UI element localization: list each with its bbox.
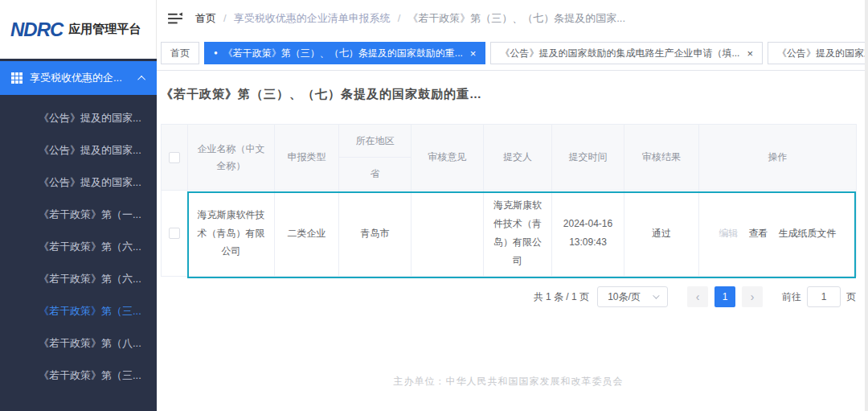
sidebar-item-policy-6b[interactable]: 《若干政策》第（六... <box>0 263 157 295</box>
breadcrumb-separator: / <box>223 12 227 24</box>
breadcrumb-separator: / <box>398 12 401 24</box>
page-number-1[interactable]: 1 <box>714 286 735 307</box>
scrollbar[interactable] <box>865 0 868 411</box>
page-size-value: 10条/页 <box>608 290 641 304</box>
sidebar-group-tax-preference[interactable]: 享受税收优惠的企... <box>0 61 157 95</box>
sidebar-item-announcement-3[interactable]: 《公告》提及的国家... <box>0 166 157 199</box>
header-region-group: 所在地区 <box>339 125 411 158</box>
close-icon[interactable]: × <box>470 48 477 59</box>
breadcrumb: 首页 / 享受税收优惠的企业清单申报系统 / 《若干政策》第（三）、（七）条提及… <box>195 11 625 26</box>
header-review-result: 审核结果 <box>624 125 699 191</box>
cell-review-opinion <box>411 191 484 277</box>
row-checkbox[interactable] <box>169 228 180 239</box>
edit-link[interactable]: 编辑 <box>719 224 739 243</box>
cell-submit-time: 2024-04-16 13:09:43 <box>552 191 624 277</box>
generate-paper-link[interactable]: 生成纸质文件 <box>779 224 837 243</box>
pagination-total: 共 1 条 / 1 页 <box>534 290 589 304</box>
header-actions: 操作 <box>699 125 857 191</box>
sidebar-item-policy-8[interactable]: 《若干政策》第（八... <box>0 327 157 360</box>
content: 《若干政策》第（三）、（七）条提及的国家鼓励的重… 企业名称（中文全称） 申报类… <box>157 71 868 411</box>
grid-icon <box>11 72 23 84</box>
goto-unit: 页 <box>846 290 856 304</box>
tab-label: 首页 <box>170 47 190 60</box>
sidebar-item-announcement-2[interactable]: 《公告》提及的国家... <box>0 134 157 166</box>
prev-icon: ‹ <box>696 290 700 303</box>
cell-province: 青岛市 <box>339 191 411 277</box>
cell-declare-type: 二类企业 <box>275 191 339 277</box>
goto-label: 前往 <box>782 290 801 304</box>
header-submitter: 提交人 <box>484 125 552 191</box>
footer-text: 主办单位：中华人民共和国国家发展和改革委员会 <box>161 375 856 388</box>
sidebar-item-policy-1[interactable]: 《若干政策》第（一... <box>0 199 157 231</box>
app-logo: NDRC 应用管理平台 <box>0 0 157 59</box>
header-submit-time: 提交时间 <box>552 125 624 191</box>
header-review-opinion: 审核意见 <box>411 125 484 191</box>
tab-announcement-design[interactable]: 《公告》提及的国家鼓励的集成电路设计企业申请 <box>768 42 868 64</box>
header-declare-type: 申报类型 <box>275 125 339 191</box>
goto-page: 前往 页 <box>782 286 856 307</box>
tab-bar: 首页 ● 《若干政策》第（三）、（七）条提及的国家鼓励的重... × 《公告》提… <box>157 36 868 71</box>
logo-product-text: 应用管理平台 <box>68 22 141 37</box>
sidebar: NDRC 应用管理平台 享受税收优惠的企... 《公告》提及的国家... 《公告… <box>0 0 157 411</box>
view-link[interactable]: 查看 <box>749 224 768 243</box>
sidebar-item-announcement-1[interactable]: 《公告》提及的国家... <box>0 102 157 134</box>
select-all-checkbox[interactable] <box>169 152 180 163</box>
tab-label: 《公告》提及的国家鼓励的集成电路生产企业申请（填... <box>500 47 739 60</box>
breadcrumb-current: 《若干政策》第（三）、（七）条提及的国家... <box>407 11 625 26</box>
row-select-cell <box>162 191 188 277</box>
sidebar-item-policy-3b[interactable]: 《若干政策》第（三... <box>0 360 157 392</box>
main-area: 首页 / 享受税收优惠的企业清单申报系统 / 《若干政策》第（三）、（七）条提及… <box>157 0 868 411</box>
header-province: 省 <box>339 158 411 191</box>
tab-label: 《若干政策》第（三）、（七）条提及的国家鼓励的重... <box>223 47 463 60</box>
sidebar-item-policy-3-active[interactable]: 《若干政策》第（三... <box>0 295 157 327</box>
topbar: 首页 / 享受税收优惠的企业清单申报系统 / 《若干政策》第（三）、（七）条提及… <box>157 0 868 36</box>
goto-page-input[interactable] <box>807 286 841 307</box>
page-size-select[interactable]: 10条/页 <box>597 286 668 307</box>
header-company: 企业名称（中文全称） <box>188 125 275 191</box>
select-all-header <box>162 125 188 191</box>
cell-submitter: 海克斯康软件技术（青岛）有限公司 <box>484 191 552 277</box>
sidebar-item-policy-6a[interactable]: 《若干政策》第（六... <box>0 231 157 263</box>
breadcrumb-system[interactable]: 享受税收优惠的企业清单申报系统 <box>234 11 391 26</box>
prev-page-button[interactable]: ‹ <box>687 286 708 307</box>
data-table: 企业名称（中文全称） 申报类型 所在地区 审核意见 提交人 提交时间 审核结果 … <box>161 124 856 277</box>
active-dot-icon: ● <box>214 50 218 56</box>
cell-review-result: 通过 <box>624 191 699 277</box>
tab-announcement-production[interactable]: 《公告》提及的国家鼓励的集成电路生产企业申请（填... × <box>490 42 763 64</box>
next-icon: › <box>751 290 755 303</box>
cell-company: 海克斯康软件技术（青岛）有限公司 <box>188 191 275 277</box>
chevron-down-icon <box>653 292 659 298</box>
page-title: 《若干政策》第（三）、（七）条提及的国家鼓励的重… <box>161 87 856 102</box>
table-row: 海克斯康软件技术（青岛）有限公司 二类企业 青岛市 海克斯康软件技术（青岛）有限… <box>162 191 857 277</box>
next-page-button[interactable]: › <box>742 286 763 307</box>
tab-home[interactable]: 首页 <box>161 42 199 64</box>
app-window: NDRC 应用管理平台 享受税收优惠的企... 《公告》提及的国家... 《公告… <box>0 0 868 411</box>
breadcrumb-home[interactable]: 首页 <box>195 11 216 26</box>
cell-actions: 编辑 查看 生成纸质文件 <box>699 191 857 277</box>
logo-brand-text: NDRC <box>10 18 63 41</box>
sidebar-menu: 《公告》提及的国家... 《公告》提及的国家... 《公告》提及的国家... 《… <box>0 95 157 392</box>
sidebar-fold-icon[interactable] <box>168 12 182 25</box>
sidebar-group-label: 享受税收优惠的企... <box>30 71 140 85</box>
close-icon[interactable]: × <box>747 48 753 59</box>
tab-label: 《公告》提及的国家鼓励的集成电路设计企业申请 <box>777 47 868 60</box>
tab-policy-3-7-active[interactable]: ● 《若干政策》第（三）、（七）条提及的国家鼓励的重... × <box>204 42 485 64</box>
pagination: 共 1 条 / 1 页 10条/页 ‹ 1 › 前往 页 <box>161 286 856 307</box>
